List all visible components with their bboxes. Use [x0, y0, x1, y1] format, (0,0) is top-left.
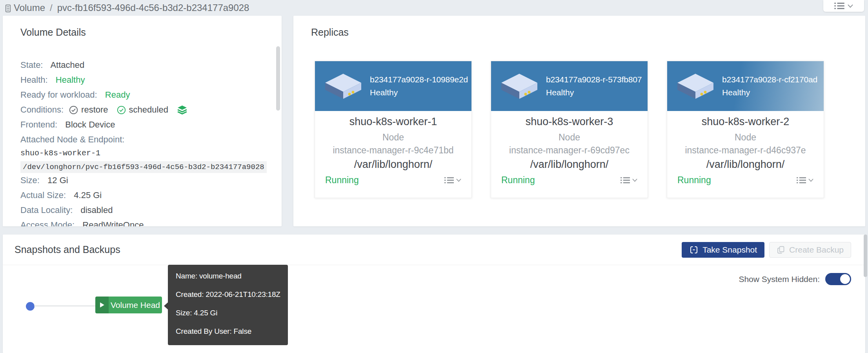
- breadcrumb-separator: /: [50, 2, 53, 13]
- attached-endpoint-value: /dev/longhorn/pvc-fb16f593-496d-4c56-b3d…: [20, 161, 267, 173]
- replica-card: b234177a9028-r-cf2170ad Healthy shuo-k8s…: [667, 61, 824, 198]
- replica-disk-path: /var/lib/longhorn/: [315, 158, 471, 171]
- actual-size-value: 4.25 Gi: [74, 190, 102, 200]
- frontend-row: Frontend: Block Device: [20, 117, 270, 132]
- replica-card-header: b234177a9028-r-cf2170ad Healthy: [667, 61, 824, 111]
- toggle-knob: [840, 274, 850, 284]
- volume-details-rows: State: Attached Health: Healthy Ready fo…: [3, 58, 282, 226]
- list-icon: [797, 176, 806, 184]
- volume-details-title: Volume Details: [3, 16, 282, 38]
- replica-card-footer: Running: [491, 175, 648, 186]
- take-snapshot-button[interactable]: Take Snapshot: [682, 242, 764, 258]
- state-row: State: Attached: [20, 58, 270, 73]
- access-mode-value: ReadWriteOnce: [82, 220, 144, 226]
- condition-restore-label: restore: [81, 102, 108, 117]
- replica-name: b234177a9028-r-cf2170ad: [722, 75, 817, 84]
- replica-card-body: shuo-k8s-worker-2 Node instance-manager-…: [667, 116, 824, 186]
- volume-icon: [4, 4, 12, 13]
- snapshot-icon: [689, 245, 699, 255]
- breadcrumb-volume-name: pvc-fb16f593-496d-4c56-b3d2-b234177a9028: [57, 2, 249, 13]
- data-locality-value: disabled: [80, 205, 113, 215]
- show-system-hidden-row: Show System Hidden:: [739, 273, 851, 285]
- replica-cards: b234177a9028-r-10989e2d Healthy shuo-k8s…: [315, 61, 824, 198]
- data-locality-label: Data Locality:: [20, 205, 73, 215]
- condition-scheduled: scheduled: [117, 102, 168, 117]
- disk-icon: [325, 74, 361, 99]
- health-value: Healthy: [56, 75, 85, 85]
- replica-card-footer: Running: [667, 175, 824, 186]
- list-icon: [444, 176, 454, 184]
- tooltip-created-by-user: Created By User: False: [176, 322, 288, 340]
- chevron-down-icon: [848, 4, 853, 8]
- snapshot-timeline-line: [34, 306, 96, 306]
- replica-menu-button[interactable]: [621, 176, 637, 184]
- replica-menu-button[interactable]: [797, 176, 813, 184]
- show-system-hidden-toggle[interactable]: [825, 273, 851, 285]
- replicas-panel: Replicas b234177a9028-r-10989e2d Healthy…: [293, 16, 865, 226]
- replica-instance-manager: instance-manager-r-9c4e71bd: [315, 145, 471, 156]
- attached-endpoint-row: /dev/longhorn/pvc-fb16f593-496d-4c56-b3d…: [20, 160, 270, 173]
- snapshots-header: Snapshots and Backups Take Snapshot Crea…: [3, 235, 865, 265]
- snapshot-root-dot[interactable]: [26, 302, 35, 311]
- attached-node-value: shuo-k8s-worker-1: [20, 147, 270, 160]
- ready-label: Ready for workload:: [20, 90, 97, 100]
- replica-instance-manager: instance-manager-r-69cd97ec: [491, 145, 648, 156]
- breadcrumb-volume-link[interactable]: Volume: [14, 2, 45, 13]
- snapshots-title: Snapshots and Backups: [15, 244, 120, 255]
- chevron-down-icon: [456, 178, 461, 182]
- replica-header-text: b234177a9028-r-573fb807 Healthy: [546, 75, 642, 97]
- top-bar: Volume / pvc-fb16f593-496d-4c56-b3d2-b23…: [0, 0, 868, 16]
- condition-scheduled-label: scheduled: [129, 102, 168, 117]
- size-row: Size: 12 Gi: [20, 173, 270, 188]
- replica-status: Running: [677, 175, 711, 186]
- actual-size-label: Actual Size:: [20, 190, 66, 200]
- replica-node-name: shuo-k8s-worker-1: [315, 116, 471, 128]
- data-locality-row: Data Locality: disabled: [20, 203, 270, 218]
- ready-value: Ready: [105, 90, 130, 100]
- replica-card: b234177a9028-r-10989e2d Healthy shuo-k8s…: [315, 61, 472, 198]
- size-label: Size:: [20, 175, 40, 185]
- replica-disk-path: /var/lib/longhorn/: [667, 158, 824, 171]
- play-icon: [95, 297, 109, 313]
- condition-restore: restore: [69, 102, 108, 117]
- replica-name: b234177a9028-r-573fb807: [546, 75, 642, 84]
- actual-size-row: Actual Size: 4.25 Gi: [20, 188, 270, 203]
- tooltip-created: Created: 2022-06-21T10:23:18Z: [176, 285, 288, 304]
- replica-node-name: shuo-k8s-worker-2: [667, 116, 824, 128]
- tooltip-arrow: [164, 302, 168, 309]
- disk-icon: [677, 74, 713, 99]
- backup-icon: [777, 246, 785, 254]
- replica-status: Running: [325, 175, 359, 186]
- take-snapshot-label: Take Snapshot: [702, 245, 757, 255]
- replica-card-header: b234177a9028-r-10989e2d Healthy: [315, 61, 471, 111]
- conditions-label: Conditions:: [20, 102, 64, 117]
- frontend-value: Block Device: [65, 120, 115, 129]
- replica-card-header: b234177a9028-r-573fb807 Healthy: [491, 61, 648, 111]
- replica-health: Healthy: [546, 88, 642, 97]
- volume-actions-menu-button[interactable]: [823, 0, 864, 12]
- check-circle-green-icon: [117, 106, 126, 115]
- replica-status: Running: [501, 175, 535, 186]
- size-value: 12 Gi: [47, 175, 68, 185]
- replicas-title: Replicas: [293, 16, 865, 38]
- create-backup-label: Create Backup: [789, 245, 844, 255]
- volume-details-scrollbar[interactable]: [276, 46, 280, 111]
- create-backup-button[interactable]: Create Backup: [769, 242, 851, 258]
- access-mode-row: Access Mode: ReadWriteOnce: [20, 218, 270, 226]
- replica-health: Healthy: [370, 88, 468, 97]
- page-scrollbar[interactable]: [864, 235, 867, 277]
- breadcrumb: Volume / pvc-fb16f593-496d-4c56-b3d2-b23…: [4, 2, 249, 13]
- tooltip-name: Name: volume-head: [176, 267, 288, 285]
- volume-head-button[interactable]: Volume Head: [95, 297, 162, 313]
- replica-node-name: shuo-k8s-worker-3: [491, 116, 648, 128]
- check-circle-gray-icon: [69, 106, 78, 115]
- list-icon: [834, 2, 844, 10]
- replica-node-label: Node: [491, 132, 648, 143]
- replica-card: b234177a9028-r-573fb807 Healthy shuo-k8s…: [491, 61, 648, 198]
- replica-menu-button[interactable]: [444, 176, 461, 184]
- replica-card-body: shuo-k8s-worker-1 Node instance-manager-…: [315, 116, 471, 186]
- chevron-down-icon: [808, 178, 813, 182]
- state-value: Attached: [50, 60, 84, 70]
- replica-name: b234177a9028-r-10989e2d: [370, 75, 468, 84]
- replica-instance-manager: instance-manager-r-d46c937e: [667, 145, 824, 156]
